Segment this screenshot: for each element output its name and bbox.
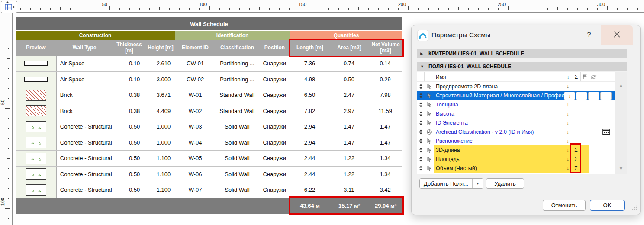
cell-preview[interactable] [16, 151, 57, 166]
cell-length[interactable]: 6.50 [290, 87, 330, 103]
cell-wall-type[interactable]: Concrete - Structural [57, 119, 113, 135]
reorder-handle-icon[interactable] [417, 145, 425, 154]
ok-button[interactable]: OK [590, 200, 625, 211]
cell-element-id[interactable]: CW-02 [175, 72, 215, 87]
sum-toggle[interactable] [572, 118, 580, 127]
hidden-toggle[interactable] [589, 164, 598, 173]
cell-position[interactable]: Снаружи [259, 119, 290, 135]
sum-toggle[interactable] [572, 109, 580, 118]
cell-wall-type[interactable]: Air Space [57, 72, 113, 87]
dropdown-arrow-icon[interactable]: ▼ [472, 179, 483, 188]
cell-area[interactable]: 0.50 [329, 72, 368, 87]
cell-position[interactable]: Снаружи [259, 72, 290, 87]
cell-thickness[interactable]: 0.50 [113, 182, 146, 198]
cell-height[interactable]: 1.000 [146, 119, 175, 135]
cell-wall-type[interactable]: Brick [57, 103, 113, 119]
cell-preview[interactable] [16, 182, 57, 198]
sum-toggle[interactable] [572, 136, 580, 145]
cell-thickness[interactable]: 0.10 [113, 72, 146, 87]
cell-thickness[interactable]: 0.10 [113, 56, 146, 71]
cell-classification[interactable]: Solid Wall [215, 167, 259, 182]
cell-thickness[interactable]: 0.38 [113, 87, 146, 103]
cell-preview[interactable] [16, 72, 57, 87]
sort-toggle-box[interactable]: ↓ [564, 92, 575, 100]
hidden-toggle[interactable] [589, 145, 598, 154]
reorder-handle-icon[interactable] [417, 118, 425, 127]
cell-net-volume[interactable]: 11.59 [368, 103, 402, 119]
cell-element-id[interactable]: W-06 [175, 167, 215, 182]
sort-toggle[interactable]: ↓ [564, 82, 572, 91]
sum-toggle[interactable] [572, 100, 580, 109]
cell-classification[interactable]: Solid Wall [215, 151, 259, 166]
cell-classification[interactable]: Partitioning ... [215, 56, 259, 71]
cell-element-id[interactable]: W-07 [175, 182, 215, 198]
cell-length[interactable]: 7.36 [290, 56, 330, 71]
sort-toggle[interactable]: ↓ [564, 127, 572, 136]
scroll-down-button[interactable]: ▼ [615, 166, 627, 171]
cell-net-volume[interactable]: 0.29 [368, 72, 402, 87]
sort-toggle[interactable]: ↓ [564, 118, 572, 127]
cell-wall-type[interactable]: Brick [57, 87, 113, 103]
close-button[interactable] [601, 25, 633, 45]
cell-element-id[interactable]: W-03 [175, 119, 215, 135]
cell-net-volume[interactable]: 1.34 [368, 151, 402, 166]
option-box[interactable] [576, 92, 587, 100]
hidden-toggle[interactable] [589, 118, 598, 127]
hidden-toggle[interactable] [589, 136, 598, 145]
cell-net-volume[interactable]: 0.14 [368, 56, 402, 71]
section-fields[interactable]: ▼ ПОЛЯ / IES-01 WALL SCHEDULE [417, 62, 627, 71]
reorder-handle-icon[interactable] [417, 127, 425, 136]
cell-height[interactable]: 3.671 [146, 87, 175, 103]
sum-toggle[interactable]: Σ [572, 164, 580, 173]
sort-toggle[interactable]: ↓ [564, 154, 572, 164]
sum-column-icon[interactable]: Σ [572, 72, 580, 81]
cell-height[interactable]: 1.000 [146, 135, 175, 151]
cell-thickness[interactable]: 0.50 [113, 167, 146, 182]
cell-preview[interactable] [16, 56, 57, 71]
field-row[interactable]: Расположение↓ [417, 136, 615, 145]
cell-length[interactable]: 2.94 [290, 119, 330, 135]
cell-classification[interactable]: Partitioning ... [215, 72, 259, 87]
flag-toggle[interactable] [580, 100, 589, 109]
cell-height[interactable]: 4.409 [146, 103, 175, 119]
cell-wall-type[interactable]: Concrete - Structural [57, 151, 113, 166]
cell-net-volume[interactable]: 1.34 [368, 167, 402, 182]
sort-column-icon[interactable]: ↓ [564, 72, 572, 81]
cell-element-id[interactable]: W-02 [175, 103, 215, 119]
cell-length[interactable]: 6.22 [290, 182, 330, 198]
cell-net-volume[interactable]: 1.47 [368, 119, 402, 135]
hidden-toggle[interactable] [589, 82, 598, 91]
cell-net-volume[interactable]: 7.98 [368, 87, 402, 103]
field-row[interactable]: ID Элемента↓ [417, 118, 615, 127]
cell-wall-type[interactable]: Concrete - Structural [57, 167, 113, 182]
reorder-handle-icon[interactable] [417, 164, 425, 173]
hidden-toggle[interactable] [589, 100, 598, 109]
add-fields-button[interactable]: Добавить Поля... ▼ [419, 178, 483, 189]
flag-toggle[interactable] [580, 82, 589, 91]
cell-wall-type[interactable]: Concrete - Structural [57, 182, 113, 198]
flag-toggle[interactable] [580, 127, 589, 136]
field-row[interactable]: Предпросмотр 2D-плана↓ [417, 82, 615, 91]
field-row[interactable]: Площадь↓Σ [417, 154, 615, 164]
cell-height[interactable]: 3.000 [146, 72, 175, 87]
sum-toggle[interactable]: Σ [572, 145, 580, 154]
cell-height[interactable]: 1.100 [146, 182, 175, 198]
sort-toggle[interactable]: ↓ [564, 109, 572, 118]
cell-area[interactable]: 2.47 [329, 87, 368, 103]
field-row[interactable]: Archicad Classification - v 2.0 (ID и Им… [417, 127, 615, 136]
cell-net-volume[interactable]: 3.42 [368, 182, 402, 198]
cell-area[interactable]: 1.47 [329, 135, 368, 151]
cell-net-volume[interactable]: 1.47 [368, 135, 402, 151]
cell-preview[interactable] [16, 167, 57, 182]
option-box[interactable] [600, 92, 612, 100]
remove-button[interactable]: Удалить [486, 178, 524, 189]
cell-position[interactable]: Снаружи [259, 182, 290, 198]
cell-position[interactable]: Снаружи [259, 56, 290, 71]
cancel-button[interactable]: Отменить [543, 200, 586, 211]
cell-position[interactable]: Снаружи [259, 151, 290, 166]
cell-thickness[interactable]: 0.50 [113, 151, 146, 166]
sum-toggle[interactable]: Σ [572, 154, 580, 164]
cell-area[interactable]: 0.74 [329, 56, 368, 71]
hidden-eye-column-icon[interactable] [589, 72, 598, 81]
field-row[interactable]: Объем (Чистый)↓Σ [417, 164, 615, 173]
